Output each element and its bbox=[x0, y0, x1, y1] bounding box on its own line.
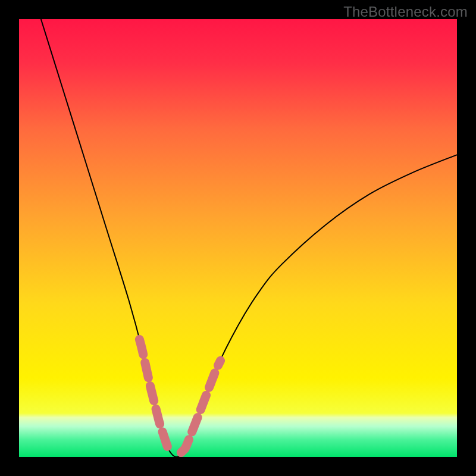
bottleneck-chart bbox=[19, 19, 457, 457]
chart-frame: TheBottleneck.com bbox=[0, 0, 476, 476]
gradient-background bbox=[19, 19, 457, 457]
watermark-text: TheBottleneck.com bbox=[343, 4, 468, 20]
